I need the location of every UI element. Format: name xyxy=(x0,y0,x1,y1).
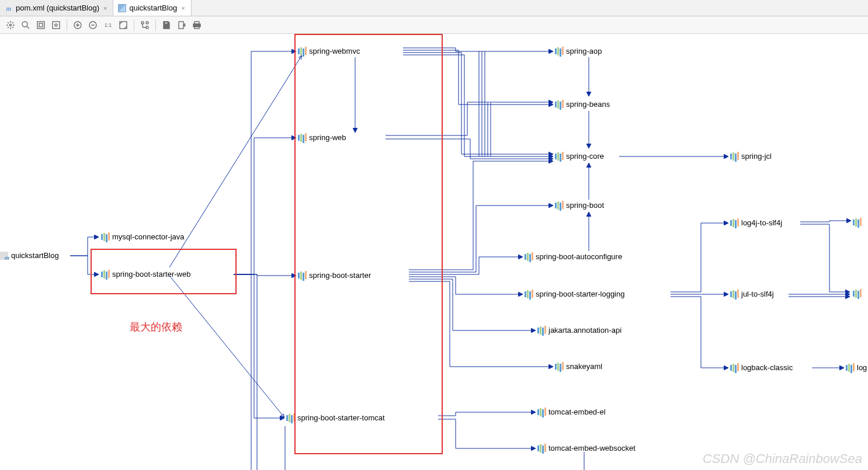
svg-rect-12 xyxy=(165,22,168,24)
node-cut-1[interactable] xyxy=(853,218,864,227)
toolbar: 1:1 xyxy=(0,16,868,34)
node-spring-boot-starter-logging[interactable]: spring-boot-starter-logging xyxy=(525,290,624,298)
library-icon xyxy=(853,290,861,298)
node-label: tomcat-embed-websocket xyxy=(548,444,636,452)
annotation-text: 最大的依赖 xyxy=(130,320,182,334)
svg-point-9 xyxy=(141,22,144,24)
layout-icon[interactable] xyxy=(116,18,130,32)
node-spring-boot-starter[interactable]: spring-boot-starter xyxy=(298,271,371,280)
watermark: CSDN @ChinaRainbowSea xyxy=(703,451,862,466)
library-icon xyxy=(101,233,109,241)
tab-label: pom.xml (quickstartBlog) xyxy=(16,4,99,12)
node-spring-web[interactable]: spring-web xyxy=(298,133,346,142)
library-icon xyxy=(298,271,306,280)
save-icon[interactable] xyxy=(159,18,173,32)
node-label: spring-web xyxy=(309,133,346,142)
svg-point-5 xyxy=(55,24,57,26)
node-label: jakarta.annotation-api xyxy=(548,326,622,335)
node-cut-3[interactable]: log xyxy=(846,363,867,372)
library-icon xyxy=(101,270,109,278)
node-label: log xyxy=(857,363,867,372)
node-spring-aop[interactable]: spring-aop xyxy=(555,47,602,55)
highlight-box-column xyxy=(294,34,443,454)
diagram-icon xyxy=(118,4,126,12)
node-spring-boot[interactable]: spring-boot xyxy=(555,201,604,210)
node-spring-boot-starter-web[interactable]: spring-boot-starter-web xyxy=(101,270,190,278)
library-icon xyxy=(555,201,563,210)
tab-bar: m pom.xml (quickstartBlog) × quickstartB… xyxy=(0,0,868,16)
svg-point-1 xyxy=(22,22,27,27)
zoom-in-icon[interactable] xyxy=(71,18,85,32)
export-icon[interactable] xyxy=(175,18,189,32)
node-label: spring-boot-starter-tomcat xyxy=(297,413,385,422)
node-spring-jcl[interactable]: spring-jcl xyxy=(730,152,772,161)
node-logback-classic[interactable]: logback-classic xyxy=(730,363,793,372)
node-label: snakeyaml xyxy=(566,362,602,371)
library-icon xyxy=(555,100,563,109)
zoom-out-icon[interactable] xyxy=(86,18,100,32)
close-icon[interactable]: × xyxy=(102,5,108,12)
library-icon xyxy=(555,363,563,371)
svg-rect-4 xyxy=(53,22,60,29)
node-spring-core[interactable]: spring-core xyxy=(555,152,604,161)
node-jul-to-slf4j[interactable]: jul-to-slf4j xyxy=(730,290,774,298)
module-icon xyxy=(0,252,8,260)
library-icon xyxy=(730,364,738,372)
node-spring-boot-autoconfigure[interactable]: spring-boot-autoconfigure xyxy=(525,252,622,261)
node-spring-beans[interactable]: spring-beans xyxy=(555,100,610,109)
node-tomcat-embed-websocket[interactable]: tomcat-embed-websocket xyxy=(537,444,636,452)
library-icon xyxy=(555,152,563,161)
library-icon xyxy=(286,414,294,422)
svg-line-32 xyxy=(169,56,301,267)
tab-diagram[interactable]: quickstartBlog × xyxy=(113,0,191,16)
node-label: mysql-connector-java xyxy=(112,232,185,241)
node-label: spring-beans xyxy=(566,100,610,109)
dependency-diagram[interactable]: quickstartBlog mysql-connector-java spri… xyxy=(0,34,868,470)
maven-icon: m xyxy=(5,4,13,12)
tab-pom[interactable]: m pom.xml (quickstartBlog) × xyxy=(0,0,113,16)
fit-selection-icon[interactable] xyxy=(49,18,63,32)
library-icon xyxy=(537,408,546,416)
svg-rect-3 xyxy=(39,23,43,27)
node-spring-webmvc[interactable]: spring-webmvc xyxy=(298,47,360,55)
fit-content-icon[interactable] xyxy=(34,18,48,32)
close-icon[interactable]: × xyxy=(180,5,186,12)
library-icon xyxy=(298,134,306,142)
select-tool-icon[interactable] xyxy=(4,18,18,32)
zoom-icon[interactable] xyxy=(19,18,33,32)
node-cut-2[interactable] xyxy=(853,290,864,298)
node-label: spring-boot-autoconfigure xyxy=(536,252,622,261)
node-label: spring-core xyxy=(566,152,604,161)
svg-point-10 xyxy=(146,26,148,29)
library-icon xyxy=(555,47,563,55)
actual-size-icon[interactable]: 1:1 xyxy=(101,18,115,32)
node-mysql-connector[interactable]: mysql-connector-java xyxy=(101,232,185,241)
node-label: spring-boot xyxy=(566,201,604,210)
node-label: spring-boot-starter-web xyxy=(112,270,190,278)
library-icon xyxy=(730,152,738,161)
svg-rect-16 xyxy=(195,26,199,29)
library-icon xyxy=(298,47,306,55)
svg-point-11 xyxy=(146,22,148,24)
node-spring-boot-starter-tomcat[interactable]: spring-boot-starter-tomcat xyxy=(286,413,385,422)
node-label: tomcat-embed-el xyxy=(548,408,606,416)
node-jakarta-annotation[interactable]: jakarta.annotation-api xyxy=(537,326,622,335)
library-icon xyxy=(537,444,546,452)
svg-rect-2 xyxy=(37,22,44,29)
node-tomcat-embed-el[interactable]: tomcat-embed-el xyxy=(537,408,606,416)
library-icon xyxy=(846,364,854,372)
node-root[interactable]: quickstartBlog xyxy=(0,251,59,260)
library-icon xyxy=(730,290,738,298)
library-icon xyxy=(853,218,861,227)
library-icon xyxy=(525,290,533,298)
node-label: spring-jcl xyxy=(741,152,772,161)
node-label: logback-classic xyxy=(741,363,793,372)
library-icon xyxy=(525,253,533,261)
svg-point-0 xyxy=(10,24,12,26)
print-icon[interactable] xyxy=(190,18,204,32)
svg-line-33 xyxy=(169,276,284,417)
node-snakeyaml[interactable]: snakeyaml xyxy=(555,362,602,371)
node-label: spring-boot-starter xyxy=(309,271,371,280)
node-log4j-to-slf4j[interactable]: log4j-to-slf4j xyxy=(730,218,782,227)
route-icon[interactable] xyxy=(138,18,152,32)
